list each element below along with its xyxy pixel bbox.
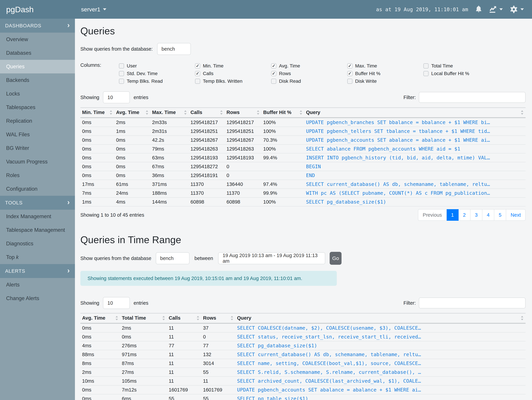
sidebar-item-bg-writer[interactable]: BG Writer (0, 141, 75, 155)
column-header-query[interactable]: Query (235, 313, 526, 323)
page-size-select[interactable]: 10 (103, 297, 130, 309)
pagination-page-5[interactable]: 5 (494, 209, 506, 221)
filter-input[interactable] (419, 298, 526, 308)
checkbox-unchecked-icon[interactable] (271, 79, 276, 84)
settings-menu-button[interactable] (510, 5, 524, 14)
column-header-max-time[interactable]: Max. Time (150, 108, 189, 118)
checkbox-checked-icon[interactable]: ✓ (195, 63, 200, 69)
query-link[interactable]: SELECT current_database() AS db, scheman… (235, 350, 526, 359)
server-selector[interactable]: server1 (81, 6, 106, 13)
sidebar-item-databases[interactable]: Databases (0, 46, 75, 60)
pagination-next[interactable]: Next (506, 209, 526, 221)
query-link[interactable]: UPDATE pgbench_accounts SET abalance = a… (235, 385, 526, 394)
sort-icon[interactable] (299, 110, 303, 115)
query-link[interactable]: SELECT COALESCE(datname, $2), COALESCE(u… (235, 323, 526, 333)
sidebar-item-roles[interactable]: Roles (0, 169, 75, 182)
sort-icon[interactable] (220, 110, 223, 115)
time-range-database-select[interactable]: bench (156, 252, 190, 264)
checkbox-unchecked-icon[interactable] (119, 71, 124, 76)
sort-icon[interactable] (230, 316, 234, 321)
sort-icon[interactable] (196, 316, 200, 321)
column-header-calls[interactable]: Calls (189, 108, 225, 118)
column-header-avg-time[interactable]: Avg. Time (80, 313, 120, 323)
pagination-previous[interactable]: Previous (418, 209, 447, 221)
column-toggle-avg-time[interactable]: ✓Avg. Time (271, 62, 347, 70)
brand[interactable]: pgDash (0, 5, 75, 14)
query-link[interactable]: UPDATE pgbench_branches SET bbalance = b… (304, 118, 526, 127)
column-header-avg-time[interactable]: Avg. Time (114, 108, 150, 118)
checkbox-unchecked-icon[interactable] (119, 63, 124, 69)
query-link[interactable]: UPDATE pgbench_accounts SET abalance = a… (304, 136, 526, 144)
sidebar-item-backends[interactable]: Backends (0, 73, 75, 87)
sidebar-item-locks[interactable]: Locks (0, 87, 75, 101)
sidebar-item-replication[interactable]: Replication (0, 114, 75, 128)
column-header-total-time[interactable]: Total Time (120, 313, 167, 323)
query-link[interactable]: SELECT pg_database_size($1) (235, 341, 526, 350)
sort-icon[interactable] (256, 110, 260, 115)
query-link[interactable]: SELECT name, setting, COALESCE(boot_val,… (235, 359, 526, 368)
checkbox-unchecked-icon[interactable] (424, 71, 429, 76)
pagination-page-3[interactable]: 3 (470, 209, 482, 221)
sidebar-section-tools[interactable]: TOOLS› (0, 196, 75, 210)
column-toggle-std-dev-time[interactable]: Std. Dev. Time (119, 70, 195, 77)
column-toggle-calls[interactable]: ✓Calls (195, 70, 271, 77)
sidebar-section-dashboards[interactable]: DASHBOARDS› (0, 19, 75, 33)
column-toggle-temp-blks-written[interactable]: Temp Blks. Written (195, 77, 271, 85)
checkbox-unchecked-icon[interactable] (347, 79, 352, 84)
query-link[interactable]: WITH pc AS (SELECT pubname, COUNT(*) AS … (304, 189, 526, 197)
column-header-rows[interactable]: Rows (201, 313, 235, 323)
checkbox-checked-icon[interactable]: ✓ (195, 71, 200, 76)
query-link[interactable]: SELECT pg_database_size($1) (304, 197, 526, 206)
sidebar-item-top-k[interactable]: Top k (0, 250, 75, 264)
checkbox-unchecked-icon[interactable] (424, 63, 429, 69)
pagination-page-1[interactable]: 1 (447, 209, 459, 221)
date-range-input[interactable]: 19 Aug 2019 10:13 am - 19 Aug 2019 11:13… (218, 252, 325, 264)
database-select[interactable]: bench (157, 43, 191, 55)
sort-icon[interactable] (184, 110, 187, 115)
sort-icon[interactable] (115, 316, 118, 321)
column-header-min-time[interactable]: Min. Time (80, 108, 114, 118)
sidebar-section-alerts[interactable]: ALERTS› (0, 264, 75, 278)
checkbox-checked-icon[interactable]: ✓ (347, 71, 352, 76)
page-size-select[interactable]: 10 (103, 91, 130, 103)
column-toggle-temp-blks-read[interactable]: Temp Blks. Read (119, 77, 195, 85)
query-link[interactable]: SELECT archived_count, COALESCE(last_arc… (235, 377, 526, 385)
column-header-buffer-hit[interactable]: Buffer Hit % (261, 108, 304, 118)
sidebar-item-vacuum-progress[interactable]: Vacuum Progress (0, 155, 75, 169)
sort-icon[interactable] (520, 316, 524, 321)
go-button[interactable]: Go (330, 252, 342, 265)
column-toggle-min-time[interactable]: ✓Min. Time (195, 62, 271, 70)
sidebar-item-tablespace-management[interactable]: Tablespace Management (0, 223, 75, 237)
column-header-rows[interactable]: Rows (225, 108, 261, 118)
filter-input[interactable] (419, 92, 526, 103)
column-header-calls[interactable]: Calls (167, 313, 201, 323)
checkbox-checked-icon[interactable]: ✓ (347, 63, 352, 69)
column-toggle-max-time[interactable]: ✓Max. Time (347, 62, 424, 70)
column-toggle-total-time[interactable]: Total Time (424, 62, 500, 70)
query-link[interactable]: SELECT S.relid, S.schemaname, S.relname,… (235, 368, 526, 377)
query-link[interactable]: SELECT abalance FROM pgbench_accounts WH… (304, 144, 526, 153)
query-link[interactable]: SELECT status, receive_start_lsn, receiv… (235, 332, 526, 341)
sort-icon[interactable] (162, 316, 165, 321)
sidebar-item-queries[interactable]: Queries (0, 60, 75, 73)
checkbox-unchecked-icon[interactable] (119, 79, 124, 84)
column-toggle-rows[interactable]: ✓Rows (271, 70, 347, 77)
query-link[interactable]: BEGIN (304, 162, 526, 171)
sidebar-item-alerts[interactable]: Alerts (0, 278, 75, 292)
sidebar-item-diagnostics[interactable]: Diagnostics (0, 237, 75, 250)
sort-icon[interactable] (109, 110, 113, 115)
checkbox-checked-icon[interactable]: ✓ (271, 63, 276, 69)
sidebar-item-index-management[interactable]: Index Management (0, 210, 75, 223)
charts-menu-button[interactable] (489, 6, 503, 13)
notifications-button[interactable] (475, 5, 482, 13)
query-link[interactable]: INSERT INTO pgbench_history (tid, bid, a… (304, 153, 526, 162)
query-link[interactable]: SELECT pg_table_size($1) (235, 394, 526, 400)
column-toggle-user[interactable]: User (119, 62, 195, 70)
sort-icon[interactable] (520, 110, 524, 115)
query-link[interactable]: SELECT current_database() AS db, scheman… (304, 180, 526, 189)
sidebar-item-configuration[interactable]: Configuration (0, 182, 75, 196)
sidebar-item-overview[interactable]: Overview (0, 33, 75, 46)
column-toggle-local-buffer-hit[interactable]: Local Buffer Hit % (424, 70, 500, 77)
column-toggle-buffer-hit[interactable]: ✓Buffer Hit % (347, 70, 424, 77)
pagination-page-4[interactable]: 4 (482, 209, 494, 221)
